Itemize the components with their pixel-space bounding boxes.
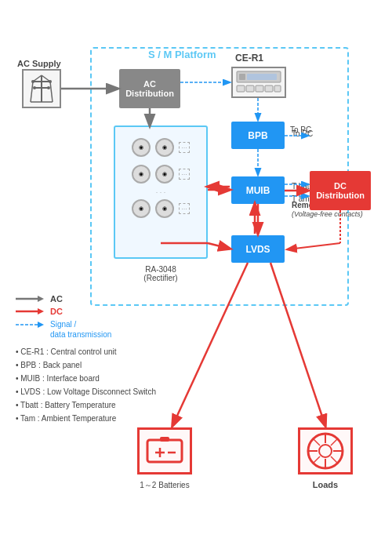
rect-circle: ◉ bbox=[132, 165, 151, 184]
note-tbatt: • Tbatt : Battery Temperature bbox=[16, 398, 156, 412]
rect-dots: · · · bbox=[115, 188, 206, 196]
svg-line-5 bbox=[31, 82, 33, 102]
svg-rect-14 bbox=[239, 74, 245, 80]
diagram-container: S / M Platform AC Supply ACDistribution … bbox=[0, 0, 392, 549]
svg-rect-22 bbox=[160, 437, 169, 442]
battery-icon bbox=[137, 427, 192, 474]
note-tam: • Tam : Ambient Temperature bbox=[16, 412, 156, 425]
muib-box: MUIB bbox=[231, 176, 285, 204]
rect-circle: ◉ bbox=[155, 138, 174, 157]
legend-item-ac: AC bbox=[16, 294, 111, 304]
muib-label: MUIB bbox=[246, 185, 270, 196]
svg-line-35 bbox=[314, 456, 320, 463]
svg-point-12 bbox=[47, 86, 50, 89]
svg-marker-37 bbox=[38, 296, 44, 302]
remote-alarms-sublabel: (Voltage-free contacts) bbox=[292, 210, 363, 220]
svg-line-4 bbox=[42, 75, 50, 82]
legend-dc-label: DC bbox=[50, 307, 63, 316]
rect-circle: ◉ bbox=[132, 199, 151, 218]
rectifier-box: ◉ ◉ ··· ◉ ◉ ··· · · · ◉ ◉ ··· bbox=[114, 125, 208, 259]
rect-slot: ··· bbox=[179, 142, 190, 153]
bpb-box: BPB bbox=[231, 122, 285, 149]
ac-distribution-label: ACDistribution bbox=[125, 79, 174, 98]
cer1-device bbox=[231, 67, 286, 98]
lvds-box: LVDS bbox=[231, 235, 285, 263]
rect-circle: ◉ bbox=[132, 138, 151, 157]
svg-rect-16 bbox=[237, 85, 245, 92]
rectifier-label: RA-3048 (Rectifier) bbox=[122, 265, 200, 282]
svg-line-3 bbox=[33, 75, 42, 82]
ac-distribution-box: ACDistribution bbox=[119, 69, 180, 108]
rect-slot: ··· bbox=[179, 203, 190, 214]
ac-supply-label: AC Supply bbox=[17, 59, 61, 68]
svg-rect-19 bbox=[265, 85, 273, 92]
svg-rect-15 bbox=[247, 74, 277, 80]
loads-label: Loads bbox=[306, 480, 345, 489]
svg-line-32 bbox=[314, 439, 320, 445]
rect-circle: ◉ bbox=[155, 165, 174, 184]
note-lvds: • LVDS : Low Voltage Disconnect Switch bbox=[16, 385, 156, 398]
svg-marker-41 bbox=[38, 322, 44, 328]
t-batt-label: T batt bbox=[292, 180, 311, 193]
dc-distribution-label: DCDistribution bbox=[316, 181, 365, 200]
svg-point-11 bbox=[33, 86, 36, 89]
notes: • CE-R1 : Central control unit • BPB : B… bbox=[16, 345, 156, 425]
svg-point-10 bbox=[49, 80, 52, 83]
svg-point-27 bbox=[319, 445, 332, 457]
legend-item-dc: DC bbox=[16, 307, 111, 316]
ac-supply-icon bbox=[22, 69, 61, 108]
lvds-label: LVDS bbox=[245, 244, 270, 255]
cer1-label: CE-R1 bbox=[235, 53, 263, 64]
legend-signal-label: Signal /data transmission bbox=[50, 319, 111, 340]
svg-line-33 bbox=[331, 456, 337, 463]
svg-point-9 bbox=[31, 80, 34, 83]
note-cer1: • CE-R1 : Central control unit bbox=[16, 345, 156, 358]
platform-label: S / M Platform bbox=[145, 49, 220, 60]
legend-ac-label: AC bbox=[50, 294, 63, 304]
rect-slot: ··· bbox=[179, 169, 190, 180]
dc-distribution-box: DCDistribution bbox=[310, 171, 371, 210]
note-muib: • MUIB : Interface board bbox=[16, 372, 156, 385]
svg-rect-18 bbox=[256, 85, 263, 92]
svg-rect-20 bbox=[274, 85, 281, 92]
svg-marker-39 bbox=[38, 308, 44, 314]
legend-item-signal: Signal /data transmission bbox=[16, 319, 111, 340]
legend: AC DC Signal /data transmission bbox=[16, 294, 111, 343]
battery-label: 1～2 Batteries bbox=[122, 480, 208, 491]
svg-line-34 bbox=[331, 439, 337, 445]
svg-rect-17 bbox=[246, 85, 254, 92]
loads-icon bbox=[298, 427, 353, 474]
svg-line-6 bbox=[50, 82, 53, 102]
svg-rect-21 bbox=[147, 440, 182, 462]
note-bpb: • BPB : Back panel bbox=[16, 358, 156, 372]
rect-circle: ◉ bbox=[155, 199, 174, 218]
to-pc-label: To PC bbox=[292, 129, 313, 138]
bpb-label: BPB bbox=[248, 130, 267, 141]
